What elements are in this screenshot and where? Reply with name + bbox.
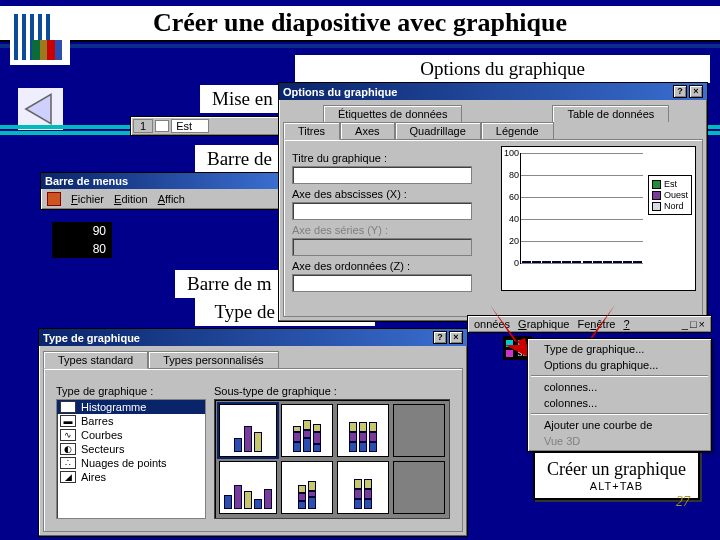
close-icon[interactable]: × [699,318,705,330]
type-item[interactable]: ∴Nuages de points [57,456,205,470]
subtype-thumb[interactable] [281,461,333,514]
frag-sheet-row: 1 Est [130,116,290,136]
label-options: Options du graphique [295,55,710,83]
type-dialog-title: Type de graphique [43,332,140,344]
app-icon [47,192,61,206]
minimize-icon[interactable]: _ [682,318,688,330]
frag-axis-values: 90 80 [52,222,112,258]
tab-table[interactable]: Table de données [552,105,669,122]
close-button[interactable]: × [449,331,463,344]
menu-fichier[interactable]: FFichierichier [71,193,104,205]
callout-shortcut: ALT+TAB [547,480,686,492]
menu-item-vue3d[interactable]: Vue 3D [530,433,709,449]
label-mise: Mise en [200,85,290,113]
typelist-label: Type de graphique : [56,385,206,397]
frag-barre-menus: Barre de menus FFichierichier Edition Af… [40,172,280,210]
svg-marker-1 [490,305,530,358]
subtype-thumb[interactable] [393,461,445,514]
color-swatch-icon [155,120,169,132]
restore-icon[interactable]: □ [690,318,697,330]
tab-etiquettes[interactable]: Étiquettes de données [323,105,462,122]
menu-item-type[interactable]: Type de graphique... [530,341,709,357]
input-axeY [292,238,472,256]
type-item[interactable]: ◐Secteurs [57,442,205,456]
menu-item-courbe[interactable]: Ajouter une courbe de [530,417,709,433]
frag-title: Barre de menus [45,175,128,187]
type-item[interactable]: ∿Courbes [57,428,205,442]
type-dialog: Type de graphique ?× Types standard Type… [38,328,468,537]
options-dialog: Options du graphique ?× Étiquettes de do… [278,82,708,322]
graphique-menu[interactable]: Type de graphique... Options du graphiqu… [527,338,712,452]
input-titre[interactable] [292,166,472,184]
row-number: 1 [133,119,153,133]
type-item[interactable]: ▮Histogramme [57,400,205,414]
menu-edition[interactable]: Edition [114,193,148,205]
chart-legend: Est Ouest Nord [648,175,692,215]
svg-marker-0 [26,94,51,123]
tab-legende[interactable]: Légende [481,122,554,140]
options-dialog-title: Options du graphique [283,86,397,98]
menu-item-options[interactable]: Options du graphique... [530,357,709,373]
page-title: Créer une diapositive avec graphique [0,6,720,42]
tab-axes[interactable]: Axes [340,122,394,140]
subtype-grid[interactable] [214,399,450,519]
tab-titres[interactable]: Titres [283,122,340,140]
prev-slide-button[interactable] [18,88,63,130]
subtype-thumb[interactable] [393,404,445,457]
chart-preview: 020406080100 Est Ouest Nord [501,146,696,291]
subtype-thumb[interactable] [219,404,277,457]
page-number: 27 [676,494,690,510]
menu-item-colonnes2[interactable]: colonnes... [530,395,709,411]
tab-types-standard[interactable]: Types standard [43,351,148,369]
cell-label: Est [171,119,209,133]
type-item[interactable]: ◢Aires [57,470,205,484]
type-item[interactable]: ▬Barres [57,414,205,428]
label-barre2: Barre de m [175,270,295,298]
subtype-thumb[interactable] [337,461,389,514]
subtype-thumb[interactable] [281,404,333,457]
subtype-label: Sous-type de graphique : [214,385,450,397]
subtype-thumb[interactable] [219,461,277,514]
callout-box: Créer un graphique ALT+TAB [533,451,700,500]
app-logo [10,10,70,65]
close-button[interactable]: × [689,85,703,98]
input-axeZ[interactable] [292,274,472,292]
chart-type-list[interactable]: ▮Histogramme▬Barres∿Courbes◐Secteurs∴Nua… [56,399,206,519]
subtype-thumb[interactable] [337,404,389,457]
menu-item-colonnes1[interactable]: colonnes... [530,379,709,395]
tab-quadrillage[interactable]: Quadrillage [395,122,481,140]
help-button[interactable]: ? [673,85,687,98]
input-axeX[interactable] [292,202,472,220]
menu-affichage[interactable]: Affich [158,193,185,205]
tab-types-perso[interactable]: Types personnalisés [148,351,278,369]
callout-title: Créer un graphique [547,459,686,480]
help-button[interactable]: ? [433,331,447,344]
